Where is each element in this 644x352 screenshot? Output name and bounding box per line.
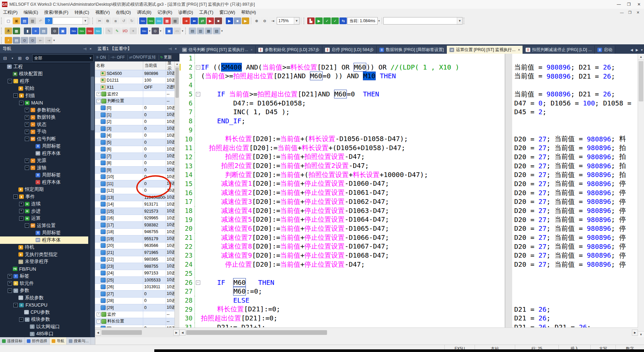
watch2-icon[interactable]: ▥ [197,28,204,34]
watch-current-value[interactable]: 0 [143,119,166,125]
module-config-icon[interactable]: ▦ [13,28,20,34]
tab-list-icon[interactable]: ▾ [640,48,644,52]
edit-disabled-icon[interactable]: ✎ [105,28,113,34]
watch-col-name[interactable]: 名称 [95,61,143,70]
code-line-1[interactable]: 1 [179,54,505,63]
tree-item-软元件[interactable]: +D软元件 [0,280,88,287]
code-line-15[interactable]: 15 减速位置1[D20]:=当前值+停止位置设置-D1060-D47; [179,179,505,188]
dropdown-arrow-icon[interactable]: ▾ [378,19,381,23]
tree-item-程序本体[interactable]: ST程序本体 [0,150,88,157]
tree-expander-icon[interactable]: + [25,115,29,120]
watch-current-value[interactable]: 0 [143,105,166,112]
dock-tab-导航[interactable]: 导航 [50,337,67,345]
fold-collapse-icon[interactable]: − [195,280,201,285]
watch-row-[8][interactable]: [8]010进 [95,160,175,167]
watch-row-[1][interactable]: [1]010进 [95,112,175,119]
scan-time-icon[interactable]: ⇆ [339,17,347,24]
tree-expander-icon[interactable]: − [13,194,18,199]
editor-tab-5[interactable]: ╂拍照判断减速停止 [PRG] [LD] ... [523,46,595,54]
tree-expander-icon[interactable]: − [13,93,18,98]
menu-item-9[interactable]: 工具(T) [196,9,217,16]
watch-current-value[interactable]: 0 [143,187,166,194]
code-line-14[interactable]: 14 判断位置[D20]:=当前值+(拍照位置设置+料长设置+10000-D47… [179,170,505,179]
watch4-icon[interactable]: ▧ [213,28,220,34]
watch-window-icon[interactable]: ▦ [171,17,179,24]
code-line-19[interactable]: 19 减速位置5[D20]:=当前值+停止位置设置-D1064-D47; [179,215,505,224]
watch-current-value[interactable]: 0 [143,304,166,311]
tree-expand-icon[interactable]: ⊞ [16,55,23,61]
watch-current-value[interactable]: 1184048004 [143,194,166,201]
menu-item-2[interactable]: 搜索/替换(F) [41,9,71,16]
editor-scroll-right-icon[interactable]: ▶ [632,329,638,336]
watch-current-value[interactable]: 971965 [143,249,166,256]
write-to-plc-icon[interactable]: ➜ [182,17,190,24]
watch-current-value[interactable]: 1013911 [143,284,166,291]
menu-item-4[interactable]: 视图(V) [92,9,113,16]
dropdown-arrow-icon[interactable]: ▾ [53,39,56,42]
code-line-22[interactable]: 22 减速位置8[D20]:=当前值+停止位置设置-D1067-D47; [179,242,505,251]
tree-expander-icon[interactable]: − [19,101,23,105]
watch-current-value[interactable]: 980896 [143,70,166,77]
watch-close-icon[interactable]: × [173,47,179,51]
watch-current-value[interactable]: OFF [143,84,166,91]
parameter-icon[interactable]: ▮ [24,28,31,34]
code-line-28[interactable]: 28 ELSE [179,296,505,305]
menu-item-3[interactable]: 转换(C) [71,9,92,16]
watch-row-料长位置[interactable]: −料长位置-- [95,318,175,325]
code-line-21[interactable]: 21 减速位置7[D20]:=当前值+停止位置设置-D1066-D47; [179,233,505,242]
watch-expander-icon[interactable]: − [97,99,101,103]
code-line-9[interactable]: 9 [179,126,505,135]
tab-close-icon[interactable]: × [518,48,520,52]
watch-current-value[interactable]: 963566 [143,243,166,249]
save-project-icon[interactable]: ▤ [21,17,28,24]
watch-current-value[interactable]: 0 [143,125,166,132]
menu-item-10[interactable]: 窗口(W) [216,9,238,16]
tree-item-扫描[interactable]: −▮扫描 [0,92,88,99]
open-project-icon[interactable]: ▣ [13,17,20,24]
editor-vscrollbar[interactable]: ▲▼ [638,54,644,337]
editor-tab-3[interactable]: ≣数据转换 [PRG] [局部标签设置] [377,46,447,54]
tree-item-程序[interactable]: −≡程序 [0,78,88,85]
watch-current-value[interactable]: 0 [143,160,166,167]
mdi-close-button[interactable]: ✕ [634,9,642,15]
watch-row-[6][interactable]: [6]010进 [95,146,175,153]
tree-item-模块配置图[interactable]: ▦模块配置图 [0,71,88,78]
watch-tool-ON/OFF反转[interactable]: ⇄ON/OFF反转 [129,54,156,60]
tree-item-程序本体[interactable]: +程序本体 [0,179,88,186]
watch-row-[3][interactable]: [3]010进 [95,125,175,132]
help-icon[interactable]: ? [45,17,52,24]
watch-current-value[interactable]: 0 [143,132,166,139]
watch-current-value[interactable]: 0 [143,153,166,160]
watch-current-value[interactable]: 0 [143,146,166,153]
watch3-icon[interactable]: ▦ [205,28,212,34]
tree-item-以太网端口[interactable]: ▯以太网端口 [0,323,88,331]
watch-current-value[interactable] [143,91,166,98]
watch-row-[13][interactable]: [13]118404800410进 [95,194,175,201]
tree-filter-combo[interactable]: 全部▼ [32,54,94,62]
read-from-plc-icon[interactable]: ⬅ [191,17,198,24]
device-view-icon[interactable]: Dev [141,28,148,34]
watch-current-value[interactable]: 0 [143,167,166,173]
step-forward-icon[interactable]: ⇥ [45,37,52,44]
dropdown-arrow-icon[interactable]: ▾ [9,55,16,61]
watch-row-[16][interactable]: [16]92996510进 [95,215,175,222]
code-line-18[interactable]: 18 减速位置4[D20]:=当前值+停止位置设置-D1063-D47; [179,206,505,215]
tree-item-CPU参数[interactable]: ▭CPU参数 [0,309,88,316]
watch-row-[24][interactable]: [24]99715310进 [95,270,175,277]
watch-current-value[interactable]: 955179 [143,235,166,242]
menu-item-1[interactable]: 编辑(E) [20,9,41,16]
label-list-icon[interactable]: ≡ [32,28,39,34]
watch-current-value[interactable]: 0 [143,291,166,297]
watch-current-value[interactable]: 100 [143,77,166,84]
device-grid-icon[interactable]: Dev [78,28,86,34]
tree-item-手动[interactable]: ++手动 [0,128,88,136]
remote-run-icon[interactable]: ▶ [207,17,214,24]
code-line-11[interactable]: 11 拍照超出位置[D20]:=当前值+料长设置+(D1056+D1058)-D… [179,143,505,152]
watch-expander-icon[interactable]: + [97,312,101,316]
tree-item-MAIN[interactable]: −MMAIN [0,99,88,107]
watch-current-value[interactable]: 938382 [143,222,166,228]
tree-item-FB/FUN[interactable]: FBFB/FUN [0,265,88,273]
tree-collapse-icon[interactable]: ⊟ [1,55,9,61]
watch-row-[0][interactable]: [0]010进 [95,105,175,112]
dock-tab-部件选择[interactable]: 部件选择 [25,337,50,345]
